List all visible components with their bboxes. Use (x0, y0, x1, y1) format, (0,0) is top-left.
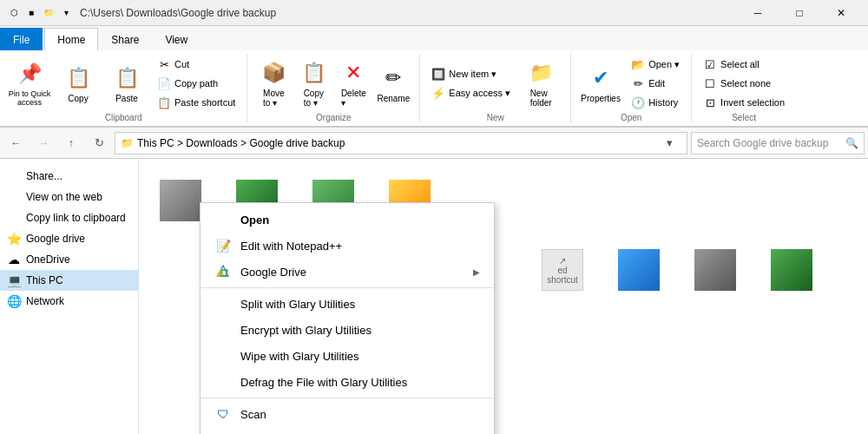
submenu-arrow-icon: ▶ (473, 267, 480, 277)
ribbon-content: 📌 Pin to Quickaccess 📋 Copy 📋 Paste (0, 50, 868, 127)
ctx-open[interactable]: Open (201, 207, 494, 233)
file-item[interactable] (604, 235, 674, 305)
history-button[interactable]: 🕐 History (627, 94, 684, 111)
clipboard-buttons: 📌 Pin to Quickaccess 📋 Copy 📋 Paste (7, 56, 240, 111)
ctx-wipe[interactable]: Wipe with Glary Utilities (201, 343, 494, 369)
invert-selection-icon: ⊡ (703, 95, 717, 109)
copy-path-button[interactable]: 📄 Copy path (153, 75, 240, 92)
file-item[interactable] (757, 235, 826, 305)
invert-selection-button[interactable]: ⊡ Invert selection (699, 94, 789, 111)
organize-buttons: 📦 Moveto ▾ 📋 Copyto ▾ ✕ Delete▾ ✏ Rename (254, 56, 412, 111)
up-button[interactable]: ↑ (59, 131, 83, 155)
copy-path-icon: 📄 (157, 76, 171, 90)
cut-button[interactable]: ✂ Cut (153, 56, 240, 73)
edit-button[interactable]: ✏ Edit (627, 75, 684, 92)
properties-button[interactable]: ✔ Properties (578, 56, 623, 111)
easy-access-button[interactable]: ⚡ Easy access ▾ (427, 84, 515, 102)
open-label: Open (621, 111, 641, 122)
notepad-icon: 📝 (214, 237, 232, 254)
edit-icon: ✏ (631, 76, 645, 90)
select-all-icon: ☑ (703, 57, 717, 71)
ctx-google-drive-label: Google Drive (240, 266, 306, 279)
ctx-defrag[interactable]: Defrag the File with Glary Utilities (201, 369, 494, 395)
file-thumbnail (694, 249, 736, 291)
ctx-edit-notepad[interactable]: 📝 Edit with Notepad++ (201, 233, 494, 259)
folder-nav-icon: 📁 (121, 137, 134, 149)
forward-button[interactable]: → (31, 131, 56, 155)
ctx-shred[interactable]: 🛡 Shred (201, 427, 494, 434)
open-button[interactable]: 📂 Open ▾ (627, 56, 684, 73)
file-thumbnail (771, 249, 812, 291)
file-item-shortcut[interactable]: ↗edshortcut (528, 235, 597, 305)
scan-icon: 🛡 (214, 405, 232, 423)
rename-icon: ✏ (379, 64, 407, 92)
sidebar-item-onedrive[interactable]: ☁ OneDrive (0, 249, 138, 270)
ribbon-group-organize: 📦 Moveto ▾ 📋 Copyto ▾ ✕ Delete▾ ✏ Rename… (247, 54, 420, 122)
search-bar[interactable]: Search Google drive backup 🔍 (691, 132, 865, 155)
move-to-label: Moveto ▾ (263, 89, 284, 108)
properties-icon: ✔ (587, 64, 615, 92)
sidebar-item-copy-link[interactable]: Copy link to clipboard (0, 207, 138, 228)
refresh-button[interactable]: ↻ (87, 131, 111, 155)
close-button[interactable]: ✕ (821, 0, 861, 26)
new-item-button[interactable]: 🔲 New item ▾ (427, 65, 515, 82)
maximize-button[interactable]: □ (779, 0, 819, 26)
sidebar-link-label: Copy link to clipboard (26, 212, 126, 224)
history-label: History (648, 97, 678, 108)
delete-button[interactable]: ✕ Delete▾ (334, 56, 372, 111)
paste-shortcut-button[interactable]: 📋 Paste shortcut (153, 94, 240, 111)
open-buttons: ✔ Properties 📂 Open ▾ ✏ Edit 🕐 History (578, 56, 684, 111)
ctx-encrypt[interactable]: Encrypt with Glary Utilities (201, 317, 494, 343)
quick-access-icon: ⬡ (7, 6, 21, 20)
sidebar-onedrive-label: OneDrive (26, 253, 70, 266)
minimize-button[interactable]: ─ (738, 0, 778, 26)
main-area: Share... View on the web Copy link to cl… (0, 159, 868, 434)
select-buttons: ☑ Select all ☐ Select none ⊡ Invert sele… (699, 56, 789, 111)
pin-quick-access-button[interactable]: 📌 Pin to Quickaccess (7, 56, 52, 111)
ctx-split[interactable]: Split with Glary Utilities (201, 291, 494, 317)
copy-to-button[interactable]: 📋 Copyto ▾ (294, 56, 332, 111)
ctx-split-label: Split with Glary Utilities (240, 298, 355, 311)
address-bar[interactable]: 📁 This PC > Downloads > Google drive bac… (115, 132, 687, 155)
easy-access-icon: ⚡ (431, 86, 445, 100)
window-icon: ■ (24, 6, 38, 20)
search-placeholder: Search Google drive backup (697, 137, 828, 149)
file-item[interactable] (681, 235, 750, 305)
select-all-button[interactable]: ☑ Select all (699, 56, 789, 73)
tab-view[interactable]: View (152, 28, 201, 50)
file-thumbnail: ↗edshortcut (542, 249, 583, 291)
move-to-button[interactable]: 📦 Moveto ▾ (254, 56, 293, 111)
select-none-icon: ☐ (703, 76, 717, 90)
paste-button[interactable]: 📋 Paste (104, 56, 149, 111)
tab-file[interactable]: File (0, 28, 43, 50)
shortcut-label: ↗edshortcut (547, 256, 578, 285)
select-none-label: Select none (720, 78, 771, 89)
sidebar-item-this-pc[interactable]: 💻 This PC (0, 270, 138, 291)
new-folder-button[interactable]: 📁 Newfolder (518, 56, 563, 111)
ribbon-group-select: ☑ Select all ☐ Select none ⊡ Invert sele… (692, 54, 796, 122)
ctx-scan[interactable]: 🛡 Scan (201, 401, 494, 427)
copy-button[interactable]: 📋 Copy (56, 56, 101, 111)
tab-home[interactable]: Home (44, 28, 98, 50)
copy-path-label: Copy path (174, 78, 218, 89)
sidebar-item-network[interactable]: 🌐 Network (0, 291, 138, 312)
ctx-google-drive[interactable]: Google Drive ▶ (201, 259, 494, 285)
context-menu: Open 📝 Edit with Notepad++ Google Drive … (200, 202, 495, 434)
back-button[interactable]: ← (3, 131, 28, 155)
properties-label: Properties (581, 94, 621, 103)
sidebar-item-google-drive[interactable]: ⭐ Google drive (0, 228, 138, 249)
address-dropdown-button[interactable]: ▾ (657, 131, 681, 155)
sidebar-item-view-web[interactable]: View on the web (0, 187, 138, 207)
ribbon-tabs: File Home Share View (0, 26, 868, 50)
defrag-icon (214, 373, 232, 391)
file-thumbnail (618, 249, 660, 291)
sidebar-item-share[interactable]: Share... (0, 166, 138, 187)
select-none-button[interactable]: ☐ Select none (699, 75, 789, 92)
rename-button[interactable]: ✏ Rename (374, 56, 412, 111)
new-label: New (487, 111, 504, 122)
sidebar-thispc-label: This PC (26, 274, 63, 286)
tab-share[interactable]: Share (98, 28, 152, 50)
title-bar: ⬡ ■ 📁 ▾ C:\Users\ Downloads\Google drive… (0, 0, 868, 26)
paste-shortcut-label: Paste shortcut (174, 97, 235, 108)
pin-label: Pin to Quickaccess (9, 89, 51, 107)
